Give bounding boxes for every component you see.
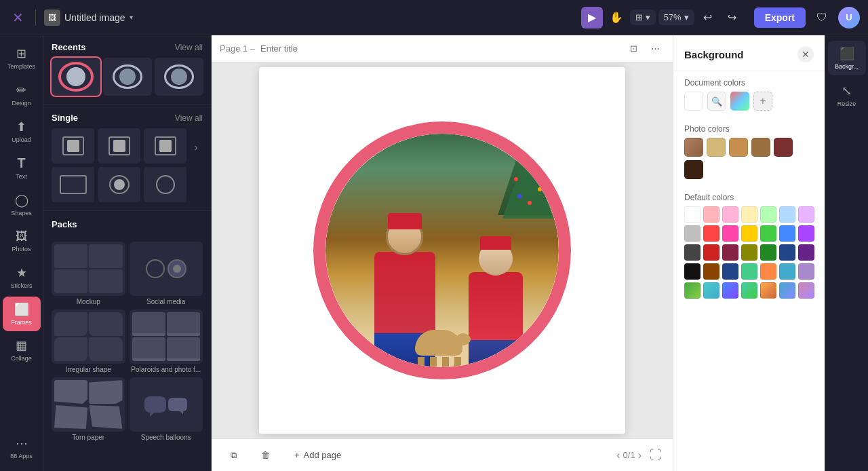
def-color-4-6[interactable]	[779, 263, 795, 280]
recents-next-arrow[interactable]: ›	[206, 58, 211, 96]
pack-item-torn[interactable]: Torn paper	[52, 377, 125, 441]
def-color-4-3[interactable]	[722, 263, 738, 280]
photo-color-1[interactable]	[684, 138, 703, 157]
doc-color-white[interactable]	[684, 92, 703, 111]
def-color-3-3[interactable]	[722, 244, 738, 261]
def-color-4-5[interactable]	[760, 263, 776, 280]
pack-item-irregular[interactable]: Irregular shape	[52, 309, 125, 373]
select-tool-button[interactable]: ▶	[581, 7, 603, 29]
def-color-2-7[interactable]	[798, 225, 814, 242]
panel-scroll[interactable]: Recents View all	[43, 35, 211, 471]
def-color-3-5[interactable]	[760, 244, 776, 261]
def-color-3-2[interactable]	[703, 244, 719, 261]
rpanel-item-resize[interactable]: ⤡ Resize	[828, 78, 866, 113]
eyedrop-tool[interactable]: 🔍	[707, 92, 726, 111]
sidebar-item-design[interactable]: ✏ Design	[3, 77, 41, 113]
sidebar-item-text[interactable]: T Text	[3, 150, 41, 186]
canvas-more-button[interactable]: ⋯	[646, 39, 665, 58]
sidebar-item-frames[interactable]: ⬜ Frames	[3, 297, 41, 332]
page-title-input[interactable]	[260, 43, 374, 54]
export-button[interactable]: Export	[754, 7, 806, 28]
def-color-5-2[interactable]	[703, 282, 719, 299]
single-thumb-1[interactable]	[52, 128, 94, 164]
photo-color-6[interactable]	[684, 160, 703, 179]
recent-thumb-2[interactable]	[103, 58, 152, 96]
recents-view-all[interactable]: View all	[175, 43, 203, 52]
layout-selector[interactable]: ⊞ ▾	[630, 10, 656, 25]
gradient-tool[interactable]	[730, 92, 749, 111]
canvas-workspace[interactable]	[212, 62, 673, 438]
logo[interactable]: ✕	[8, 8, 27, 27]
def-color-1-3[interactable]	[722, 206, 738, 223]
def-color-5-4[interactable]	[741, 282, 757, 299]
single-thumb-5[interactable]	[98, 167, 140, 202]
def-color-5-5[interactable]	[760, 282, 776, 299]
recent-thumb-3[interactable]	[155, 58, 203, 96]
def-color-1-4[interactable]	[741, 206, 757, 223]
def-color-1-6[interactable]	[779, 206, 795, 223]
frame-circle[interactable]	[313, 121, 571, 379]
def-color-3-1[interactable]	[684, 244, 701, 261]
shield-button[interactable]: 🛡	[811, 7, 833, 29]
def-color-2-3[interactable]	[722, 225, 738, 242]
single-next-arrow[interactable]: ›	[189, 128, 203, 166]
delete-page-button[interactable]: 🗑	[253, 446, 278, 464]
sidebar-item-collage[interactable]: ▦ Collage	[3, 333, 41, 368]
def-color-2-2[interactable]	[703, 225, 719, 242]
def-color-4-2[interactable]	[703, 263, 719, 280]
pack-item-mockup[interactable]: Mockup	[52, 242, 125, 305]
photo-color-3[interactable]	[729, 138, 748, 157]
pack-item-social[interactable]: Social media	[130, 242, 203, 305]
duplicate-page-button[interactable]: ⧉	[222, 446, 245, 465]
add-page-button[interactable]: + Add page	[286, 446, 349, 464]
zoom-selector[interactable]: 57% ▾	[658, 10, 694, 25]
def-color-3-6[interactable]	[779, 244, 795, 261]
canvas-fit-button[interactable]: ⊡	[624, 39, 643, 58]
pack-item-speech[interactable]: Speech balloons	[130, 377, 203, 441]
fullscreen-button[interactable]: ⛶	[650, 448, 662, 462]
def-color-4-1[interactable]	[684, 263, 701, 280]
def-color-4-4[interactable]	[741, 263, 757, 280]
def-color-1-1[interactable]	[684, 206, 701, 223]
pack-item-polaroids[interactable]: Polaroids and photo f...	[130, 309, 203, 373]
single-thumb-2[interactable]	[98, 128, 140, 164]
def-color-5-3[interactable]	[722, 282, 738, 299]
def-color-5-7[interactable]	[798, 282, 814, 299]
undo-button[interactable]: ↩	[697, 7, 719, 29]
sidebar-item-apps[interactable]: ⋯ 88 Apps	[3, 430, 41, 466]
single-thumb-4[interactable]	[52, 167, 94, 202]
def-color-4-7[interactable]	[798, 263, 814, 280]
photo-color-5[interactable]	[774, 138, 793, 157]
def-color-5-6[interactable]	[779, 282, 795, 299]
prev-page-button[interactable]: ‹	[616, 449, 620, 461]
sidebar-item-templates[interactable]: ⊞ Templates	[3, 41, 41, 76]
def-color-3-7[interactable]	[798, 244, 814, 261]
hand-tool-button[interactable]: ✋	[606, 7, 627, 29]
def-color-2-5[interactable]	[760, 225, 776, 242]
def-color-2-6[interactable]	[779, 225, 795, 242]
single-thumb-6[interactable]	[144, 167, 186, 202]
sidebar-item-upload[interactable]: ⬆ Upload	[3, 114, 41, 149]
def-color-2-1[interactable]	[684, 225, 701, 242]
single-thumb-3[interactable]	[144, 128, 186, 164]
def-color-3-4[interactable]	[741, 244, 757, 261]
rpanel-item-background[interactable]: ⬛ Backgr...	[828, 41, 866, 75]
sidebar-item-photos[interactable]: 🖼 Photos	[3, 224, 41, 259]
recent-thumb-1[interactable]	[52, 58, 100, 96]
redo-button[interactable]: ↪	[722, 7, 743, 29]
def-color-5-1[interactable]	[684, 282, 701, 299]
def-color-1-5[interactable]	[760, 206, 776, 223]
next-page-button[interactable]: ›	[638, 449, 642, 461]
def-color-1-2[interactable]	[703, 206, 719, 223]
photo-color-2[interactable]	[707, 138, 726, 157]
add-color-button[interactable]: +	[753, 92, 772, 111]
def-color-1-7[interactable]	[798, 206, 814, 223]
photo-color-4[interactable]	[751, 138, 770, 157]
bg-close-button[interactable]: ✕	[797, 46, 814, 62]
sidebar-item-stickers[interactable]: ★ Stickers	[3, 260, 41, 295]
document-selector[interactable]: 🖼 Untitled image ▾	[44, 10, 133, 26]
def-color-2-4[interactable]	[741, 225, 757, 242]
sidebar-item-shapes[interactable]: ◯ Shapes	[3, 187, 41, 223]
avatar[interactable]: U	[838, 7, 860, 29]
single-view-all[interactable]: View all	[175, 113, 203, 123]
